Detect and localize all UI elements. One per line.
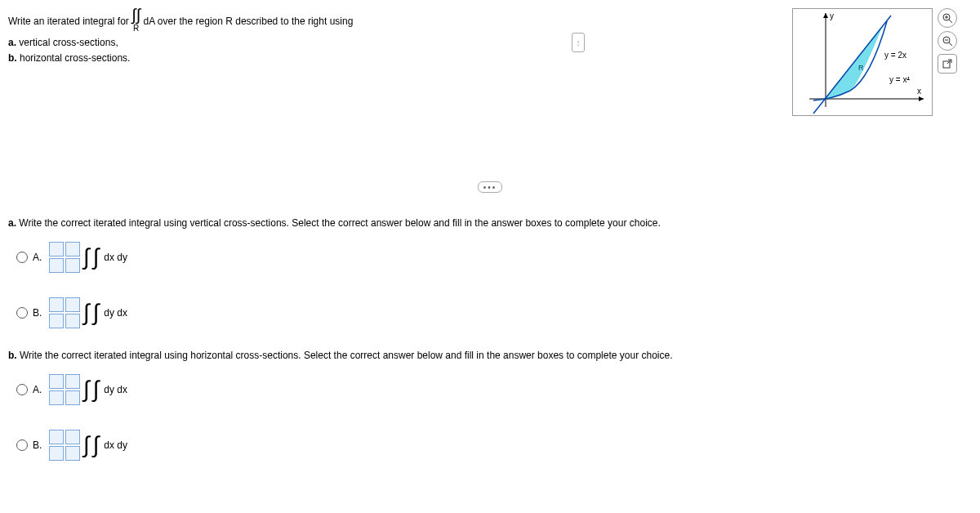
- limit-input[interactable]: [65, 430, 80, 444]
- part-b-text: horizontal cross-sections.: [17, 52, 131, 64]
- limit-input[interactable]: [49, 314, 64, 328]
- expand-pill[interactable]: •••: [478, 181, 502, 193]
- part-a-text: vertical cross-sections,: [16, 37, 118, 48]
- zoom-out-icon[interactable]: [938, 31, 957, 51]
- limit-input[interactable]: [65, 242, 80, 256]
- svg-marker-1: [919, 96, 924, 101]
- part-a-label: a.: [8, 37, 16, 48]
- x-axis-label: x: [917, 87, 921, 96]
- choice-a-B[interactable]: B. ∫ ∫ dy dx: [16, 292, 972, 333]
- diff-a-B: dy dx: [104, 307, 127, 319]
- ellipsis-icon: •••: [483, 183, 497, 192]
- limit-input[interactable]: [65, 314, 80, 328]
- svg-line-6: [949, 20, 952, 23]
- intro-pre: Write an iterated integral for: [8, 16, 131, 27]
- limit-input[interactable]: [65, 374, 80, 389]
- integral-icon: ∫: [83, 434, 90, 457]
- dots-icon: ⋮: [575, 39, 581, 47]
- integral-icon: ∫: [93, 434, 100, 457]
- integral-icon: ∫: [83, 301, 90, 324]
- limit-input[interactable]: [49, 242, 64, 256]
- integral-symbol: ∫∫: [131, 8, 140, 21]
- radio-a-B[interactable]: [16, 307, 28, 319]
- limit-input[interactable]: [65, 258, 80, 273]
- part-b-label: b.: [8, 52, 17, 64]
- choice-b-A[interactable]: A. ∫ ∫ dy dx: [16, 369, 972, 410]
- integral-icon: ∫: [93, 246, 100, 269]
- graph: y x y = 2x y = x⁴ R: [792, 8, 933, 116]
- limit-input[interactable]: [65, 297, 80, 312]
- radio-a-A[interactable]: [16, 252, 28, 263]
- diff-a-A: dx dy: [104, 252, 127, 263]
- limit-input[interactable]: [49, 374, 64, 389]
- section-a-prompt: a. Write the correct iterated integral u…: [8, 217, 972, 229]
- collapse-tab[interactable]: ⋮: [572, 33, 585, 52]
- section-b-prompt: b. Write the correct iterated integral u…: [8, 350, 972, 361]
- curve1-label: y = 2x: [884, 51, 906, 60]
- label-b-A: A.: [33, 384, 49, 395]
- integral-sub: R: [131, 22, 140, 35]
- limit-input[interactable]: [65, 390, 80, 405]
- label-a-B: B.: [33, 307, 49, 319]
- svg-line-10: [949, 42, 952, 46]
- curve2-label: y = x⁴: [889, 75, 910, 84]
- region-label: R: [858, 64, 864, 72]
- integral-icon: ∫: [83, 246, 90, 269]
- label-a-A: A.: [33, 252, 49, 263]
- limit-input[interactable]: [49, 446, 64, 461]
- radio-b-A[interactable]: [16, 384, 28, 395]
- integral-icon: ∫: [93, 301, 100, 324]
- diff-b-A: dy dx: [104, 384, 127, 395]
- limit-input[interactable]: [65, 446, 80, 461]
- diff-b-B: dx dy: [104, 439, 127, 451]
- integral-icon: ∫: [83, 378, 90, 401]
- limit-input[interactable]: [49, 390, 64, 405]
- intro-post: dA over the region R described to the ri…: [144, 16, 354, 27]
- svg-marker-3: [823, 13, 828, 18]
- limit-input[interactable]: [49, 297, 64, 312]
- y-axis-label: y: [830, 11, 834, 20]
- zoom-in-icon[interactable]: [938, 8, 957, 28]
- choice-b-B[interactable]: B. ∫ ∫ dx dy: [16, 425, 972, 466]
- question-text: Write an iterated integral for ∫∫ R dA o…: [8, 8, 792, 67]
- popout-icon[interactable]: [938, 54, 957, 74]
- limit-input[interactable]: [49, 258, 64, 273]
- limit-input[interactable]: [49, 430, 64, 444]
- radio-b-B[interactable]: [16, 439, 28, 451]
- choice-a-A[interactable]: A. ∫ ∫ dx dy: [16, 237, 972, 278]
- integral-icon: ∫: [93, 378, 100, 401]
- label-b-B: B.: [33, 439, 49, 451]
